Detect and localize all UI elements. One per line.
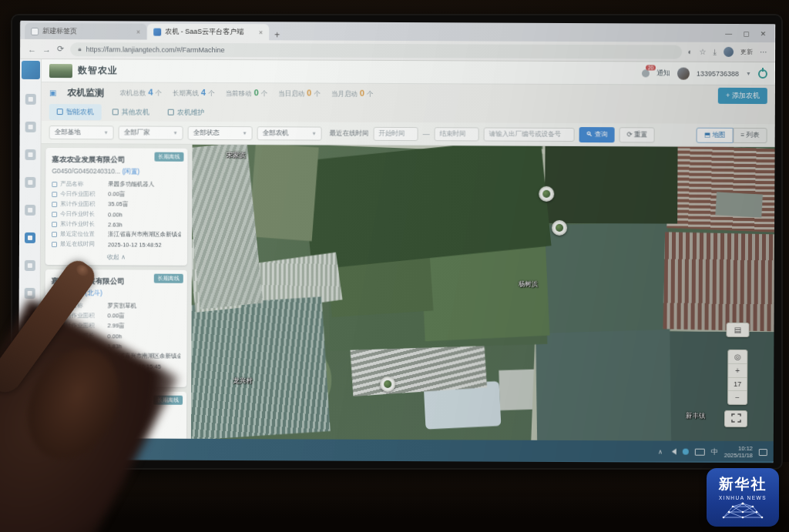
field-label: 累计作业面积 bbox=[60, 200, 108, 208]
xinhua-globe-graphic bbox=[719, 500, 767, 520]
machine-tab[interactable]: 智能农机 bbox=[49, 104, 102, 120]
field-value: 0.00亩 bbox=[108, 312, 125, 320]
stats-list: 农机总数 4 个 长期离线 4 个 bbox=[119, 87, 373, 99]
list-view-button[interactable]: ≡ 列表 bbox=[733, 127, 767, 142]
field-icon bbox=[52, 192, 57, 197]
tray-expand-icon[interactable]: ∧ bbox=[658, 448, 663, 455]
user-phone[interactable]: 13395736388 bbox=[697, 69, 739, 77]
bell-icon[interactable]: 20 bbox=[642, 69, 650, 77]
filter-select[interactable]: 全部基地▼ bbox=[49, 125, 114, 139]
status-badge: 长期离线 bbox=[154, 274, 183, 283]
collapse-toggle[interactable]: 收起 ∧ bbox=[52, 250, 181, 263]
machine-tab[interactable]: 农机维护 bbox=[160, 104, 213, 120]
star-icon[interactable]: ☆ bbox=[700, 48, 707, 56]
field-value: 2.63h bbox=[108, 221, 123, 228]
add-machine-button[interactable]: + 添加农机 bbox=[718, 87, 767, 103]
close-window-button[interactable]: ✕ bbox=[760, 30, 767, 38]
stat-value: 0 bbox=[254, 88, 259, 97]
machine-tab-label: 农机维护 bbox=[177, 107, 205, 117]
forward-icon[interactable]: → bbox=[42, 44, 51, 53]
end-time-input[interactable]: 结束时间 bbox=[435, 127, 479, 141]
close-tab-icon[interactable]: × bbox=[259, 28, 263, 36]
search-button[interactable]: 🔍︎ 查询 bbox=[579, 127, 615, 142]
app-logo[interactable] bbox=[21, 61, 39, 79]
map-view-button[interactable]: ⬒ 地图 bbox=[697, 127, 733, 142]
back-icon[interactable]: ← bbox=[28, 44, 36, 53]
map-field-patch bbox=[191, 296, 331, 440]
stat-unit: 个 bbox=[314, 90, 321, 99]
sidebar-item-icon[interactable] bbox=[25, 122, 35, 132]
map-field-patch bbox=[191, 145, 264, 309]
grid-icon bbox=[168, 109, 174, 115]
sidebar-item-icon[interactable] bbox=[25, 177, 35, 188]
filter-select[interactable]: 全部厂家▼ bbox=[119, 125, 183, 139]
machine-map-marker[interactable] bbox=[380, 376, 395, 392]
sidebar-item-icon[interactable] bbox=[25, 149, 35, 160]
speaker-icon[interactable] bbox=[669, 449, 677, 455]
address-bar[interactable]: 🔒︎ https://farm.lanjiangtech.com/#/FarmM… bbox=[70, 42, 681, 59]
monitor-icon: ▣ bbox=[49, 89, 57, 97]
machine-map-marker[interactable] bbox=[552, 220, 567, 236]
notice-label[interactable]: 通知 bbox=[656, 68, 670, 78]
time-filter-label: 最近在线时间 bbox=[330, 129, 369, 138]
sidebar-item-icon[interactable] bbox=[25, 205, 35, 216]
sidebar-item-icon[interactable] bbox=[24, 260, 35, 271]
reader-icon[interactable]: ◐ bbox=[688, 48, 693, 56]
user-avatar[interactable] bbox=[677, 67, 690, 79]
chevron-down-icon[interactable]: ▼ bbox=[746, 71, 751, 76]
sidebar-item-icon[interactable] bbox=[24, 233, 35, 243]
keyboard-icon[interactable] bbox=[695, 448, 705, 455]
map-place-label: 宋家浜 bbox=[226, 151, 246, 160]
download-icon[interactable]: ⤓ bbox=[713, 47, 717, 56]
status-badge: 长期离线 bbox=[154, 152, 183, 162]
taskbar-clock[interactable]: 10:12 2025/11/18 bbox=[724, 444, 753, 459]
browser-tab-newtab[interactable]: 新建标签页 × bbox=[25, 23, 146, 40]
satellite-map[interactable]: 宋家浜杨树浜龙兴村新丰镇 ▤ ◎ + 17 bbox=[191, 145, 775, 441]
refresh-icon[interactable]: ⟳ bbox=[57, 44, 64, 54]
map-place-label: 龙兴村 bbox=[233, 376, 253, 386]
menu-dots-icon[interactable]: ⋯ bbox=[760, 48, 767, 56]
sidebar-item-icon[interactable] bbox=[24, 288, 35, 299]
stat-label: 当月启动 bbox=[331, 90, 358, 99]
maximize-button[interactable]: ▢ bbox=[743, 30, 750, 38]
reset-button[interactable]: ⟳ 重置 bbox=[619, 127, 655, 142]
xinhua-cn-text: 新华社 bbox=[719, 474, 767, 494]
new-tab-button[interactable]: + bbox=[274, 29, 280, 40]
close-tab-icon[interactable]: × bbox=[136, 28, 140, 35]
action-center-icon[interactable] bbox=[759, 449, 767, 456]
update-label[interactable]: 更新 bbox=[740, 48, 753, 56]
filter-selects: 全部基地▼ 全部厂家▼ 全部状态▼ bbox=[49, 125, 322, 141]
stat-value: 4 bbox=[148, 88, 153, 97]
page-url: https://farm.lanjiangtech.com/#/FarmMach… bbox=[86, 45, 225, 54]
zoom-in-button[interactable]: + bbox=[728, 364, 747, 378]
minimize-button[interactable]: — bbox=[725, 30, 732, 38]
stat-value: 0 bbox=[360, 89, 364, 98]
map-layers-control[interactable]: ▤ bbox=[726, 323, 749, 337]
logout-power-icon[interactable] bbox=[758, 69, 767, 79]
farm-app-favicon bbox=[153, 28, 161, 35]
start-time-input[interactable]: 开始时间 bbox=[374, 126, 418, 140]
field-label: 最近在线时间 bbox=[60, 240, 108, 248]
machine-map-marker[interactable] bbox=[539, 186, 554, 202]
tray-app-icon[interactable] bbox=[683, 449, 689, 455]
xinhua-en-text: XINHUA NEWS bbox=[719, 495, 767, 500]
filter-select[interactable]: 全部状态▼ bbox=[188, 125, 253, 139]
ime-indicator[interactable]: 中 bbox=[711, 447, 718, 457]
browser-tab-farm-machine[interactable]: 农机 - SaaS云平台客户端 × bbox=[147, 24, 269, 41]
photo-background: 新建标签页 × 农机 - SaaS云平台客户端 × + — ▢ ✕ ← → bbox=[0, 0, 789, 532]
zoom-out-button[interactable]: − bbox=[728, 391, 747, 404]
map-field-patch bbox=[543, 222, 671, 333]
map-field-patch bbox=[249, 145, 319, 241]
sidebar-item-icon[interactable] bbox=[25, 94, 35, 105]
machine-card[interactable]: 长期离线 嘉农农业发展有限公司 G0450/G0450240310... (闲置… bbox=[45, 148, 188, 266]
fullscreen-icon[interactable] bbox=[725, 411, 747, 427]
filter-select[interactable]: 全部农机▼ bbox=[257, 126, 322, 140]
map-fullscreen-control[interactable] bbox=[724, 410, 747, 427]
profile-avatar[interactable] bbox=[724, 47, 734, 57]
device-search-input[interactable]: 请输入出厂编号或设备号 bbox=[484, 127, 575, 142]
locate-icon[interactable]: ◎ bbox=[728, 350, 747, 364]
field-icon bbox=[52, 182, 57, 187]
app-header: 数智农业 20 通知 13395736388 ▼ bbox=[42, 59, 775, 85]
machine-tab[interactable]: 其他农机 bbox=[105, 104, 157, 120]
layers-icon[interactable]: ▤ bbox=[727, 323, 748, 336]
